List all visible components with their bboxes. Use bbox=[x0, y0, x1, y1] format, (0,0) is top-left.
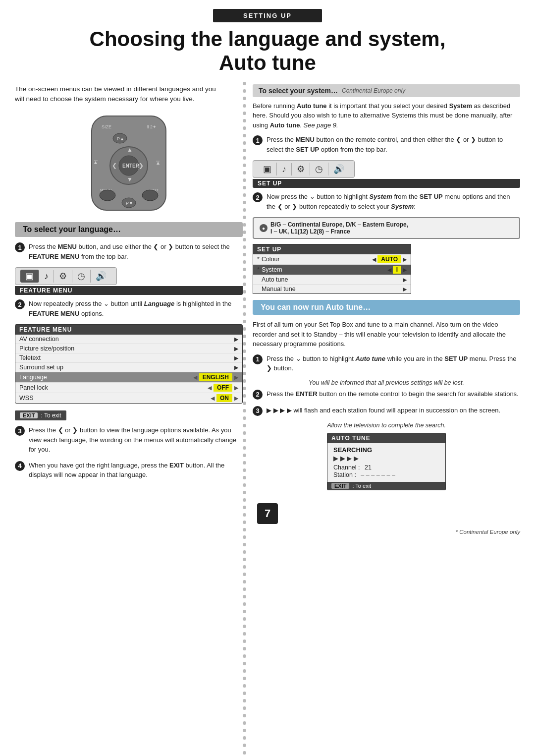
feature-menu-box-header: FEATURE MENU bbox=[15, 325, 242, 335]
system-options-box: ● B/G – Continental Europe, D/K – Easter… bbox=[253, 217, 520, 239]
dot bbox=[243, 312, 246, 316]
setup-row-autotune: * Auto tune ▶ bbox=[253, 275, 411, 285]
dot bbox=[243, 640, 246, 643]
dot bbox=[243, 684, 246, 688]
arrows-row: ▶ ▶ ▶ ▶ bbox=[333, 455, 439, 462]
dot bbox=[243, 617, 246, 621]
dot bbox=[243, 714, 246, 717]
dot bbox=[243, 119, 246, 122]
menu-row-wss: WSS ◀ ON ▶ bbox=[15, 393, 242, 403]
dot bbox=[243, 483, 246, 487]
setup-row-colour: * Colour ◀ AUTO ▶ bbox=[253, 254, 411, 265]
dot bbox=[243, 349, 246, 353]
dot bbox=[243, 216, 246, 219]
dot bbox=[243, 751, 246, 755]
dot bbox=[243, 528, 246, 531]
toolbar-icon2-settings: ⚙ bbox=[292, 163, 310, 175]
dot bbox=[243, 268, 246, 271]
menu-row-av: AV connection ▶ bbox=[15, 335, 242, 344]
svg-text:P▼: P▼ bbox=[126, 201, 133, 206]
dot bbox=[243, 573, 246, 576]
dot bbox=[243, 283, 246, 286]
channel-row: Channel : 21 bbox=[333, 464, 439, 471]
step-number-3: 3 bbox=[15, 426, 25, 436]
toolbar-icon2-sound: 🔊 bbox=[328, 163, 349, 175]
dot bbox=[243, 104, 246, 108]
dot bbox=[243, 439, 246, 442]
dot bbox=[243, 305, 246, 308]
dot bbox=[243, 468, 246, 472]
remote-svg: SIZE ⬆2✦ P▲ ENTER ▲ ▼ ❮ ❯ ▶| bbox=[79, 111, 178, 215]
left-step4: 4 When you have got the right language, … bbox=[15, 461, 243, 480]
system-intro-text: Before running Auto tune it is important… bbox=[253, 101, 520, 130]
feature-menu-toolbar: ▣ ♪ ⚙ ◷ 🔊 bbox=[15, 267, 117, 285]
left-column: The on-screen menus can be viewed in dif… bbox=[15, 84, 243, 494]
right-step2: 2 Now press the ⌄ button to highlight Sy… bbox=[253, 192, 520, 211]
dot bbox=[243, 744, 246, 747]
dot bbox=[243, 409, 246, 412]
step4-text: When you have got the right language, pr… bbox=[29, 461, 243, 480]
dot bbox=[243, 357, 246, 360]
page-title: Choosing the language and system, Auto t… bbox=[15, 27, 520, 75]
dot bbox=[243, 320, 246, 323]
dot bbox=[243, 476, 246, 479]
remote-illustration: SIZE ⬆2✦ P▲ ENTER ▲ ▼ ❮ ❯ ▶| bbox=[15, 111, 243, 215]
dot bbox=[243, 699, 246, 702]
dot bbox=[243, 156, 246, 160]
italic-notice-1: You will be informed that all previous s… bbox=[253, 379, 520, 386]
dot bbox=[243, 662, 246, 665]
dot bbox=[243, 372, 246, 375]
dot bbox=[243, 454, 246, 457]
setup-label: SET UP bbox=[253, 179, 520, 188]
svg-text:▶|: ▶| bbox=[93, 160, 98, 164]
dot bbox=[243, 446, 246, 450]
dot bbox=[243, 342, 246, 346]
dot bbox=[243, 364, 246, 368]
dot bbox=[243, 112, 246, 115]
dot bbox=[243, 729, 246, 732]
right-step-number-2: 2 bbox=[253, 192, 263, 202]
right-column: To select your system… Continental Europ… bbox=[253, 84, 520, 494]
toolbar-icon2-clock: ◷ bbox=[310, 163, 328, 175]
svg-text:SIZE: SIZE bbox=[102, 124, 111, 129]
toolbar-icon2-picture: ▣ bbox=[258, 163, 277, 175]
dot bbox=[243, 238, 246, 241]
setting-up-banner: SETTING UP bbox=[213, 9, 322, 22]
dot bbox=[243, 253, 246, 256]
svg-text:⬆2✦: ⬆2✦ bbox=[146, 124, 157, 129]
svg-text:▼: ▼ bbox=[127, 176, 133, 183]
dot bbox=[243, 327, 246, 331]
dot bbox=[243, 521, 246, 524]
dot bbox=[243, 692, 246, 695]
step-number-4: 4 bbox=[15, 461, 25, 471]
feature-menu-label: FEATURE MENU bbox=[15, 286, 243, 295]
auto-step-num-3: 3 bbox=[253, 406, 263, 416]
bullet-icon: ● bbox=[260, 224, 268, 232]
dot bbox=[243, 134, 246, 137]
dot bbox=[243, 595, 246, 598]
auto-tune-box-header: AUTO TUNE bbox=[327, 433, 445, 443]
searching-text: SEARCHING bbox=[333, 446, 439, 454]
language-section-header: To select your language… bbox=[15, 222, 243, 237]
allow-notice: Allow the television to complete the sea… bbox=[253, 422, 520, 429]
auto-tune-exit-box: EXIT : To exit bbox=[327, 482, 445, 490]
auto-step1-text: Press the ⌄ button to highlight Auto tun… bbox=[267, 354, 520, 373]
toolbar-icon2-audio: ♪ bbox=[277, 163, 292, 175]
svg-text:❮: ❮ bbox=[112, 162, 117, 169]
dot bbox=[243, 498, 246, 502]
toolbar-icon-settings: ⚙ bbox=[54, 270, 72, 283]
step3-text: Press the ❮ or ❯ button to view the lang… bbox=[29, 425, 243, 455]
feature-menu-box: FEATURE MENU AV connection ▶ Picture siz… bbox=[15, 324, 243, 404]
dot bbox=[243, 721, 246, 725]
dot bbox=[243, 491, 246, 494]
setup-menu-box: SET UP * Colour ◀ AUTO ▶ * System ◀ I ▶ … bbox=[253, 244, 411, 294]
system-section-header: To select your system… Continental Europ… bbox=[253, 84, 520, 97]
setup-menu-header: SET UP bbox=[253, 244, 411, 254]
toolbar-icon-sound: 🔊 bbox=[91, 270, 111, 283]
dot bbox=[243, 82, 246, 85]
dot bbox=[243, 186, 246, 189]
dot bbox=[243, 141, 246, 145]
dot bbox=[243, 178, 246, 182]
svg-text:❯: ❯ bbox=[139, 162, 144, 169]
dot bbox=[243, 89, 246, 93]
